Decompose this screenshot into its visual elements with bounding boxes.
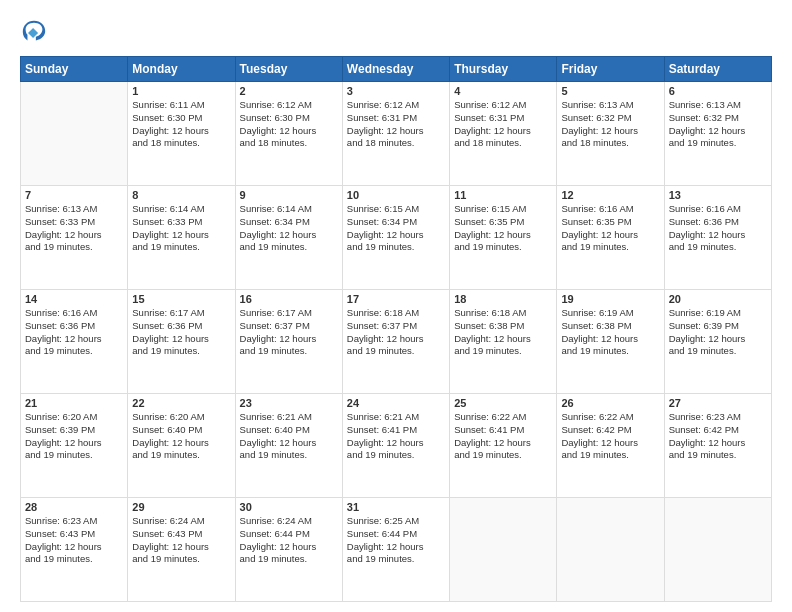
day-info: Sunrise: 6:16 AM Sunset: 6:36 PM Dayligh… bbox=[669, 203, 767, 254]
table-row: 14Sunrise: 6:16 AM Sunset: 6:36 PM Dayli… bbox=[21, 290, 128, 394]
table-row: 21Sunrise: 6:20 AM Sunset: 6:39 PM Dayli… bbox=[21, 394, 128, 498]
table-row: 25Sunrise: 6:22 AM Sunset: 6:41 PM Dayli… bbox=[450, 394, 557, 498]
header-friday: Friday bbox=[557, 57, 664, 82]
day-info: Sunrise: 6:16 AM Sunset: 6:35 PM Dayligh… bbox=[561, 203, 659, 254]
day-number: 16 bbox=[240, 293, 338, 305]
day-number: 3 bbox=[347, 85, 445, 97]
table-row: 22Sunrise: 6:20 AM Sunset: 6:40 PM Dayli… bbox=[128, 394, 235, 498]
header bbox=[20, 18, 772, 46]
table-row: 12Sunrise: 6:16 AM Sunset: 6:35 PM Dayli… bbox=[557, 186, 664, 290]
day-info: Sunrise: 6:16 AM Sunset: 6:36 PM Dayligh… bbox=[25, 307, 123, 358]
table-row: 7Sunrise: 6:13 AM Sunset: 6:33 PM Daylig… bbox=[21, 186, 128, 290]
day-number: 18 bbox=[454, 293, 552, 305]
calendar-week-row: 1Sunrise: 6:11 AM Sunset: 6:30 PM Daylig… bbox=[21, 82, 772, 186]
header-wednesday: Wednesday bbox=[342, 57, 449, 82]
table-row: 2Sunrise: 6:12 AM Sunset: 6:30 PM Daylig… bbox=[235, 82, 342, 186]
logo-icon bbox=[20, 18, 48, 46]
day-number: 17 bbox=[347, 293, 445, 305]
table-row: 26Sunrise: 6:22 AM Sunset: 6:42 PM Dayli… bbox=[557, 394, 664, 498]
day-info: Sunrise: 6:18 AM Sunset: 6:37 PM Dayligh… bbox=[347, 307, 445, 358]
table-row: 19Sunrise: 6:19 AM Sunset: 6:38 PM Dayli… bbox=[557, 290, 664, 394]
day-number: 14 bbox=[25, 293, 123, 305]
day-number: 30 bbox=[240, 501, 338, 513]
table-row: 23Sunrise: 6:21 AM Sunset: 6:40 PM Dayli… bbox=[235, 394, 342, 498]
day-number: 13 bbox=[669, 189, 767, 201]
table-row: 15Sunrise: 6:17 AM Sunset: 6:36 PM Dayli… bbox=[128, 290, 235, 394]
table-row: 1Sunrise: 6:11 AM Sunset: 6:30 PM Daylig… bbox=[128, 82, 235, 186]
day-info: Sunrise: 6:19 AM Sunset: 6:38 PM Dayligh… bbox=[561, 307, 659, 358]
day-info: Sunrise: 6:11 AM Sunset: 6:30 PM Dayligh… bbox=[132, 99, 230, 150]
header-sunday: Sunday bbox=[21, 57, 128, 82]
day-number: 22 bbox=[132, 397, 230, 409]
day-number: 24 bbox=[347, 397, 445, 409]
table-row: 4Sunrise: 6:12 AM Sunset: 6:31 PM Daylig… bbox=[450, 82, 557, 186]
calendar-header-row: Sunday Monday Tuesday Wednesday Thursday… bbox=[21, 57, 772, 82]
day-info: Sunrise: 6:22 AM Sunset: 6:41 PM Dayligh… bbox=[454, 411, 552, 462]
table-row: 11Sunrise: 6:15 AM Sunset: 6:35 PM Dayli… bbox=[450, 186, 557, 290]
table-row bbox=[557, 498, 664, 602]
table-row: 24Sunrise: 6:21 AM Sunset: 6:41 PM Dayli… bbox=[342, 394, 449, 498]
day-number: 9 bbox=[240, 189, 338, 201]
calendar-week-row: 7Sunrise: 6:13 AM Sunset: 6:33 PM Daylig… bbox=[21, 186, 772, 290]
day-number: 25 bbox=[454, 397, 552, 409]
day-info: Sunrise: 6:13 AM Sunset: 6:33 PM Dayligh… bbox=[25, 203, 123, 254]
table-row bbox=[664, 498, 771, 602]
day-number: 28 bbox=[25, 501, 123, 513]
table-row: 20Sunrise: 6:19 AM Sunset: 6:39 PM Dayli… bbox=[664, 290, 771, 394]
logo bbox=[20, 18, 52, 46]
day-number: 12 bbox=[561, 189, 659, 201]
day-info: Sunrise: 6:14 AM Sunset: 6:33 PM Dayligh… bbox=[132, 203, 230, 254]
table-row: 17Sunrise: 6:18 AM Sunset: 6:37 PM Dayli… bbox=[342, 290, 449, 394]
day-number: 6 bbox=[669, 85, 767, 97]
table-row: 30Sunrise: 6:24 AM Sunset: 6:44 PM Dayli… bbox=[235, 498, 342, 602]
day-info: Sunrise: 6:23 AM Sunset: 6:43 PM Dayligh… bbox=[25, 515, 123, 566]
day-info: Sunrise: 6:15 AM Sunset: 6:34 PM Dayligh… bbox=[347, 203, 445, 254]
header-saturday: Saturday bbox=[664, 57, 771, 82]
table-row: 27Sunrise: 6:23 AM Sunset: 6:42 PM Dayli… bbox=[664, 394, 771, 498]
calendar-week-row: 21Sunrise: 6:20 AM Sunset: 6:39 PM Dayli… bbox=[21, 394, 772, 498]
table-row: 8Sunrise: 6:14 AM Sunset: 6:33 PM Daylig… bbox=[128, 186, 235, 290]
table-row bbox=[21, 82, 128, 186]
header-thursday: Thursday bbox=[450, 57, 557, 82]
day-info: Sunrise: 6:12 AM Sunset: 6:31 PM Dayligh… bbox=[347, 99, 445, 150]
day-info: Sunrise: 6:25 AM Sunset: 6:44 PM Dayligh… bbox=[347, 515, 445, 566]
day-number: 21 bbox=[25, 397, 123, 409]
day-number: 31 bbox=[347, 501, 445, 513]
day-info: Sunrise: 6:18 AM Sunset: 6:38 PM Dayligh… bbox=[454, 307, 552, 358]
calendar-week-row: 14Sunrise: 6:16 AM Sunset: 6:36 PM Dayli… bbox=[21, 290, 772, 394]
table-row: 9Sunrise: 6:14 AM Sunset: 6:34 PM Daylig… bbox=[235, 186, 342, 290]
table-row: 5Sunrise: 6:13 AM Sunset: 6:32 PM Daylig… bbox=[557, 82, 664, 186]
table-row: 13Sunrise: 6:16 AM Sunset: 6:36 PM Dayli… bbox=[664, 186, 771, 290]
day-number: 20 bbox=[669, 293, 767, 305]
day-info: Sunrise: 6:20 AM Sunset: 6:40 PM Dayligh… bbox=[132, 411, 230, 462]
day-info: Sunrise: 6:15 AM Sunset: 6:35 PM Dayligh… bbox=[454, 203, 552, 254]
day-info: Sunrise: 6:23 AM Sunset: 6:42 PM Dayligh… bbox=[669, 411, 767, 462]
day-number: 19 bbox=[561, 293, 659, 305]
day-number: 2 bbox=[240, 85, 338, 97]
day-number: 8 bbox=[132, 189, 230, 201]
day-info: Sunrise: 6:12 AM Sunset: 6:30 PM Dayligh… bbox=[240, 99, 338, 150]
table-row: 16Sunrise: 6:17 AM Sunset: 6:37 PM Dayli… bbox=[235, 290, 342, 394]
day-number: 4 bbox=[454, 85, 552, 97]
header-monday: Monday bbox=[128, 57, 235, 82]
day-number: 10 bbox=[347, 189, 445, 201]
table-row: 29Sunrise: 6:24 AM Sunset: 6:43 PM Dayli… bbox=[128, 498, 235, 602]
day-number: 7 bbox=[25, 189, 123, 201]
day-info: Sunrise: 6:20 AM Sunset: 6:39 PM Dayligh… bbox=[25, 411, 123, 462]
day-info: Sunrise: 6:22 AM Sunset: 6:42 PM Dayligh… bbox=[561, 411, 659, 462]
day-info: Sunrise: 6:13 AM Sunset: 6:32 PM Dayligh… bbox=[669, 99, 767, 150]
day-info: Sunrise: 6:21 AM Sunset: 6:41 PM Dayligh… bbox=[347, 411, 445, 462]
day-number: 26 bbox=[561, 397, 659, 409]
header-tuesday: Tuesday bbox=[235, 57, 342, 82]
table-row: 3Sunrise: 6:12 AM Sunset: 6:31 PM Daylig… bbox=[342, 82, 449, 186]
table-row: 18Sunrise: 6:18 AM Sunset: 6:38 PM Dayli… bbox=[450, 290, 557, 394]
day-info: Sunrise: 6:12 AM Sunset: 6:31 PM Dayligh… bbox=[454, 99, 552, 150]
day-info: Sunrise: 6:24 AM Sunset: 6:43 PM Dayligh… bbox=[132, 515, 230, 566]
table-row: 6Sunrise: 6:13 AM Sunset: 6:32 PM Daylig… bbox=[664, 82, 771, 186]
day-number: 15 bbox=[132, 293, 230, 305]
table-row bbox=[450, 498, 557, 602]
calendar-table: Sunday Monday Tuesday Wednesday Thursday… bbox=[20, 56, 772, 602]
day-info: Sunrise: 6:13 AM Sunset: 6:32 PM Dayligh… bbox=[561, 99, 659, 150]
day-info: Sunrise: 6:24 AM Sunset: 6:44 PM Dayligh… bbox=[240, 515, 338, 566]
calendar-week-row: 28Sunrise: 6:23 AM Sunset: 6:43 PM Dayli… bbox=[21, 498, 772, 602]
